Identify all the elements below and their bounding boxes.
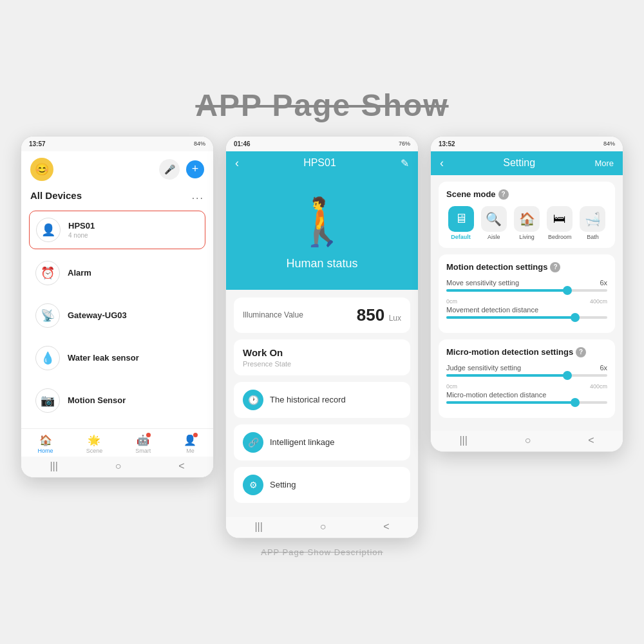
micro-sensitivity-section: Judge sensitivity setting 6x — [446, 364, 607, 377]
distance-min-label: 0cm — [446, 298, 457, 305]
device-item-alarm[interactable]: ⏰ Alarm — [29, 254, 205, 292]
avatar[interactable]: 😊 — [30, 158, 53, 181]
device-name-alarm: Alarm — [68, 268, 91, 278]
phone2-main: 🚶 Human status — [226, 175, 418, 290]
phone1-status-icons: 84% — [194, 140, 205, 147]
intelligent-linkage-card[interactable]: 🔗 Intelligent linkage — [234, 424, 410, 460]
phone3-header: ‹ Setting More — [431, 151, 623, 175]
micro-distance-slider[interactable] — [446, 401, 607, 404]
scene-living[interactable]: 🏠 Living — [512, 206, 541, 240]
micro-motion-title: Micro-motion detection settings ? — [446, 347, 607, 357]
gesture-circle: ○ — [115, 460, 122, 472]
device-info-motion: Motion Sensor — [68, 395, 126, 405]
phone2-edit-button[interactable]: ✎ — [401, 157, 409, 169]
device-item-gateway[interactable]: 📡 Gateway-UG03 — [29, 297, 205, 334]
device-item-hps01[interactable]: 👤 HPS01 4 none — [29, 211, 205, 249]
phone2-header: ‹ HPS01 ✎ — [226, 151, 418, 175]
nav-scene-label: Scene — [86, 448, 103, 454]
micro-distance-label-row: Micro-motion detection distance — [446, 391, 607, 399]
scene-mode-card: Scene mode ? 🖥 Default 🔍 Aisle 🏠 Living — [439, 182, 615, 248]
micro-sensitivity-value: 6x — [600, 364, 607, 372]
distance-thumb[interactable] — [571, 313, 580, 322]
scene-default-label: Default — [451, 234, 471, 240]
device-item-motion[interactable]: 📷 Motion Sensor — [29, 382, 205, 419]
setting-label: Setting — [270, 480, 296, 489]
device-item-water[interactable]: 💧 Water leak sensor — [29, 339, 205, 377]
setting-card[interactable]: ⚙ Setting — [234, 467, 410, 503]
phone3-more-button[interactable]: More — [594, 158, 614, 168]
device-icon-water: 💧 — [35, 346, 60, 370]
scene-default-icon: 🖥 — [448, 206, 474, 232]
nav-home[interactable]: 🏠 Home — [38, 434, 53, 454]
micro-sensitivity-thumb[interactable] — [563, 371, 572, 380]
phone2-back-button[interactable]: ‹ — [235, 156, 239, 170]
scene-bedroom[interactable]: 🛏 Bedroom — [545, 206, 574, 240]
phone3-content: Scene mode ? 🖥 Default 🔍 Aisle 🏠 Living — [431, 175, 623, 431]
scene-default[interactable]: 🖥 Default — [446, 206, 475, 240]
scene-bath[interactable]: 🛁 Bath — [578, 206, 607, 240]
sensitivity-thumb[interactable] — [563, 286, 572, 295]
nav-smart[interactable]: 🤖 Smart — [135, 434, 151, 454]
sensitivity-label-row: Move sensitivity setting 6x — [446, 279, 607, 287]
scene-help-icon[interactable]: ? — [498, 189, 509, 200]
scene-bedroom-icon: 🛏 — [547, 206, 573, 232]
work-on-sub: Presence State — [243, 360, 401, 368]
sensitivity-section: Move sensitivity setting 6x — [446, 279, 607, 292]
distance-slider[interactable] — [446, 316, 607, 319]
micro-distance-thumb[interactable] — [571, 398, 580, 407]
micro-distance-range-labels: 0cm 400cm — [446, 383, 607, 390]
gesture-circle: ○ — [320, 521, 327, 533]
gesture-lines: ||| — [459, 435, 467, 446]
phone2: 01:46 76% ‹ HPS01 ✎ 🚶 Human status Illum… — [225, 136, 419, 538]
nav-home-label: Home — [38, 448, 53, 454]
phone2-title: HPS01 — [303, 157, 336, 169]
micro-distance-fill — [446, 401, 575, 404]
mic-button[interactable]: 🎤 — [159, 159, 180, 180]
nav-me[interactable]: 👤 Me — [184, 434, 196, 454]
phone1-time: 13:57 — [29, 140, 46, 147]
nav-scene[interactable]: 🌟 Scene — [86, 434, 103, 454]
device-icon-motion: 📷 — [35, 388, 60, 413]
gesture-back: < — [588, 435, 594, 446]
scene-aisle[interactable]: 🔍 Aisle — [479, 206, 508, 240]
add-button[interactable]: + — [186, 160, 204, 178]
device-name-gateway: Gateway-UG03 — [68, 310, 127, 320]
micro-sensitivity-slider[interactable] — [446, 374, 607, 377]
scene-bath-icon: 🛁 — [580, 206, 605, 232]
phone2-status-icons: 76% — [399, 140, 410, 147]
sensitivity-slider[interactable] — [446, 289, 607, 292]
phone3-battery: 84% — [603, 140, 615, 147]
phone2-status-bar: 01:46 76% — [226, 137, 418, 151]
phone3-status-icons: 84% — [603, 140, 615, 147]
device-info-gateway: Gateway-UG03 — [68, 310, 127, 320]
nav-me-label: Me — [186, 448, 194, 454]
walking-person-icon: 🚶 — [293, 194, 351, 249]
distance-label: Movement detection distance — [446, 306, 538, 314]
devices-menu-button[interactable]: ... — [192, 190, 204, 202]
historical-record-card[interactable]: 🕐 The historical record — [234, 382, 410, 418]
distance-label-row: Movement detection distance — [446, 306, 607, 314]
phone3-time: 13:52 — [439, 140, 455, 147]
illuminance-value: 850 — [357, 305, 384, 325]
device-list: 👤 HPS01 4 none ⏰ Alarm 📡 Gateway-UG03 — [21, 207, 213, 428]
scene-aisle-label: Aisle — [488, 234, 500, 240]
scene-icon: 🌟 — [88, 434, 100, 446]
page-subtitle: APP Page Show Description — [261, 547, 383, 557]
phone1-header: 😊 🎤 + — [21, 151, 213, 187]
phone1: 13:57 84% 😊 🎤 + All Devices ... — [21, 136, 214, 478]
historical-record-row: 🕐 The historical record — [243, 390, 401, 410]
motion-help-icon[interactable]: ? — [550, 262, 560, 272]
device-sub-hps01: 4 none — [68, 232, 95, 239]
phone3-back-button[interactable]: ‹ — [440, 156, 444, 170]
human-status-label: Human status — [286, 257, 357, 270]
motion-detection-label: Motion detection settings — [446, 262, 547, 272]
devices-title-row: All Devices ... — [21, 187, 213, 207]
micro-help-icon[interactable]: ? — [576, 347, 586, 357]
distance-max-label: 400cm — [590, 298, 607, 305]
micro-motion-label: Micro-motion detection settings — [446, 347, 573, 357]
micro-motion-card: Micro-motion detection settings ? Judge … — [439, 339, 615, 418]
illuminance-card: Illuminance Value 850 Lux — [234, 298, 410, 333]
scene-bedroom-label: Bedroom — [548, 234, 572, 240]
gesture-lines: ||| — [50, 460, 57, 472]
historical-record-label: The historical record — [270, 395, 346, 404]
